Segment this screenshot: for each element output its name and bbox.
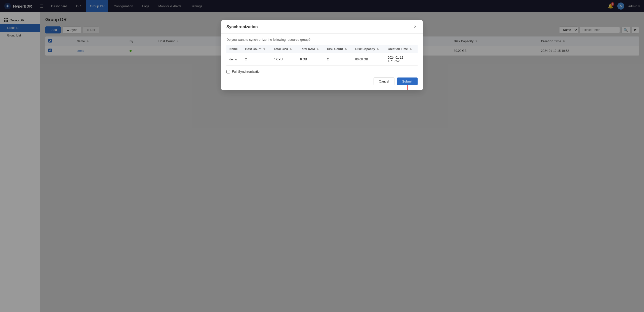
synchronization-modal: Synchronization × Do you want to synchro… [221, 20, 423, 90]
modal-row-total-cpu: 4 CPU [271, 53, 297, 66]
modal-footer: Cancel Submit [226, 74, 418, 86]
modal-sort-ram: ⇅ [316, 48, 318, 51]
modal-row-host-count: 2 [242, 53, 271, 66]
modal-row-disk-capacity: 80.00 GB [352, 53, 385, 66]
modal-header: Synchronization × [221, 20, 423, 34]
modal-col-disk-count: Disk Count ⇅ [324, 45, 352, 53]
modal-col-total-cpu: Total CPU ⇅ [271, 45, 297, 53]
modal-sort-time: ⇅ [410, 48, 412, 51]
modal-sort-disk-count: ⇅ [345, 48, 347, 51]
full-sync-checkbox[interactable] [226, 70, 230, 73]
modal-col-disk-capacity: Disk Capacity ⇅ [352, 45, 385, 53]
modal-row-creation-time: 2024-01-1215:19:52 [385, 53, 418, 66]
full-sync-text: Full Synchronization [232, 70, 261, 73]
submit-button[interactable]: Submit [397, 77, 418, 85]
modal-col-host-count: Host Count ⇅ [242, 45, 271, 53]
red-arrow [402, 85, 412, 90]
modal-table-row: demo 2 4 CPU 8 GB 2 80.00 GB 2024-01-121… [226, 53, 418, 66]
modal-overlay[interactable]: Synchronization × Do you want to synchro… [0, 0, 644, 312]
modal-col-total-ram: Total RAM ⇅ [297, 45, 324, 53]
modal-sort-host: ⇅ [263, 48, 265, 51]
modal-description: Do you want to synchronize the following… [226, 38, 418, 42]
modal-row-disk-count: 2 [324, 53, 352, 66]
modal-col-creation-time: Creation Time ⇅ [385, 45, 418, 53]
modal-col-name: Name [226, 45, 242, 53]
modal-row-total-ram: 8 GB [297, 53, 324, 66]
modal-body: Do you want to synchronize the following… [221, 34, 423, 90]
modal-sort-disk-cap: ⇅ [377, 48, 379, 51]
modal-title: Synchronization [226, 25, 258, 29]
modal-close-button[interactable]: × [413, 24, 418, 29]
modal-table: Name Host Count ⇅ Total CPU ⇅ Total RAM … [226, 45, 418, 66]
cancel-button[interactable]: Cancel [374, 77, 394, 85]
modal-row-name: demo [226, 53, 242, 66]
submit-button-container: Submit [397, 77, 418, 85]
full-sync-label[interactable]: Full Synchronization [226, 70, 418, 73]
modal-sort-cpu: ⇅ [290, 48, 292, 51]
